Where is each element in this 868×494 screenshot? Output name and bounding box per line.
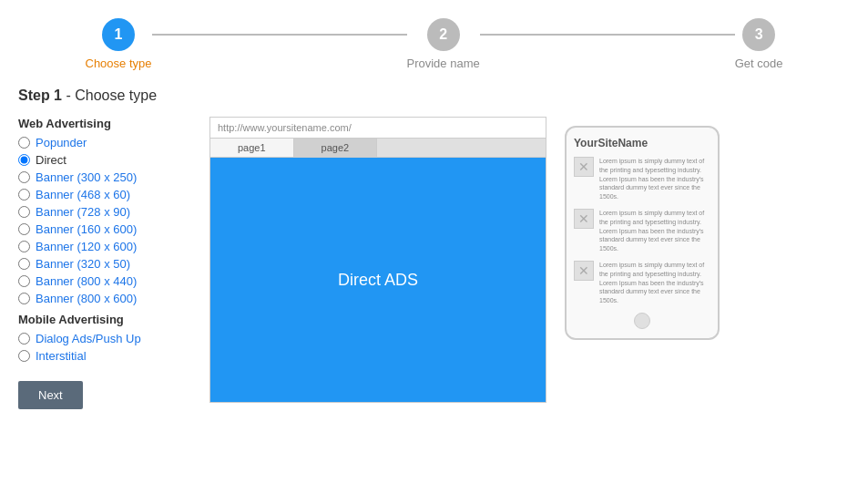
label-banner-800x440[interactable]: Banner (800 x 440) bbox=[36, 274, 137, 288]
radio-banner-160x600[interactable]: Banner (160 x 600) bbox=[18, 222, 191, 236]
mobile-preview: YourSiteName ✕ Lorem ipsum is simply dum… bbox=[565, 126, 720, 340]
mobile-ad-text-3: Lorem ipsum is simply dummy text of the … bbox=[599, 261, 710, 305]
ad-types-panel: Web Advertising Popunder Direct Banner (… bbox=[18, 117, 191, 409]
step-2: 2 Provide name bbox=[407, 18, 480, 70]
mobile-ad-text-1: Lorem ipsum is simply dummy text of the … bbox=[599, 157, 710, 201]
stepper-line-2 bbox=[480, 34, 735, 36]
label-popunder[interactable]: Popunder bbox=[36, 136, 87, 149]
label-interstitial[interactable]: Interstitial bbox=[36, 349, 87, 363]
radio-popunder[interactable]: Popunder bbox=[18, 136, 191, 149]
mobile-ad-block-1: ✕ Lorem ipsum is simply dummy text of th… bbox=[574, 157, 710, 201]
mobile-home-button bbox=[634, 313, 650, 329]
radio-banner-800x440[interactable]: Banner (800 x 440) bbox=[18, 274, 191, 288]
label-banner-120x600[interactable]: Banner (120 x 600) bbox=[36, 240, 137, 253]
stepper: 1 Choose type 2 Provide name 3 Get code bbox=[18, 9, 850, 75]
step-3-label: Get code bbox=[735, 57, 783, 70]
browser-tabs: page1 page2 bbox=[210, 139, 546, 158]
step-3-circle: 3 bbox=[742, 18, 775, 51]
label-dialog[interactable]: Dialog Ads/Push Up bbox=[36, 332, 141, 345]
mobile-ad-text-2: Lorem ipsum is simply dummy text of the … bbox=[599, 209, 710, 253]
browser-content: Direct ADS bbox=[210, 158, 546, 402]
radio-banner-468x60[interactable]: Banner (468 x 60) bbox=[18, 188, 191, 201]
step-1-circle: 1 bbox=[102, 18, 135, 51]
mobile-advertising-heading: Mobile Advertising bbox=[18, 313, 191, 326]
next-button[interactable]: Next bbox=[18, 381, 83, 409]
radio-banner-728x90[interactable]: Banner (728 x 90) bbox=[18, 205, 191, 219]
label-banner-160x600[interactable]: Banner (160 x 600) bbox=[36, 222, 137, 236]
browser-preview: http://www.yoursitename.com/ page1 page2… bbox=[209, 117, 546, 403]
next-btn-area: Next bbox=[18, 381, 191, 409]
step-1: 1 Choose type bbox=[86, 18, 152, 70]
step-2-circle: 2 bbox=[427, 18, 460, 51]
browser-tab-2[interactable]: page2 bbox=[294, 139, 378, 157]
radio-interstitial[interactable]: Interstitial bbox=[18, 349, 191, 363]
step-2-label: Provide name bbox=[407, 57, 480, 70]
stepper-line-1 bbox=[152, 34, 407, 36]
web-advertising-heading: Web Advertising bbox=[18, 117, 191, 130]
radio-direct[interactable]: Direct bbox=[18, 153, 191, 167]
mobile-ad-block-3: ✕ Lorem ipsum is simply dummy text of th… bbox=[574, 261, 710, 305]
mobile-ad-icon-1: ✕ bbox=[574, 157, 594, 177]
page-title: Step 1 - Choose type bbox=[18, 87, 850, 104]
main-layout: Web Advertising Popunder Direct Banner (… bbox=[18, 117, 850, 409]
radio-dialog[interactable]: Dialog Ads/Push Up bbox=[18, 332, 191, 345]
step-3: 3 Get code bbox=[735, 18, 783, 70]
radio-banner-320x50[interactable]: Banner (320 x 50) bbox=[18, 257, 191, 271]
radio-banner-120x600[interactable]: Banner (120 x 600) bbox=[18, 240, 191, 253]
label-banner-320x50[interactable]: Banner (320 x 50) bbox=[36, 257, 130, 271]
mobile-ad-icon-3: ✕ bbox=[574, 261, 594, 281]
label-banner-800x600[interactable]: Banner (800 x 600) bbox=[36, 292, 137, 305]
step-1-label: Choose type bbox=[86, 57, 152, 70]
mobile-ad-block-2: ✕ Lorem ipsum is simply dummy text of th… bbox=[574, 209, 710, 253]
radio-banner-300x250[interactable]: Banner (300 x 250) bbox=[18, 170, 191, 184]
browser-tab-1[interactable]: page1 bbox=[210, 139, 294, 157]
mobile-site-name: YourSiteName bbox=[574, 137, 710, 149]
mobile-ad-icon-2: ✕ bbox=[574, 209, 594, 229]
label-banner-728x90[interactable]: Banner (728 x 90) bbox=[36, 205, 130, 219]
browser-address-bar: http://www.yoursitename.com/ bbox=[210, 118, 546, 139]
label-banner-468x60[interactable]: Banner (468 x 60) bbox=[36, 188, 130, 201]
label-direct[interactable]: Direct bbox=[36, 153, 66, 167]
preview-area: http://www.yoursitename.com/ page1 page2… bbox=[209, 117, 850, 403]
label-banner-300x250[interactable]: Banner (300 x 250) bbox=[36, 170, 137, 184]
radio-banner-800x600[interactable]: Banner (800 x 600) bbox=[18, 292, 191, 305]
direct-ads-label: Direct ADS bbox=[338, 271, 418, 290]
